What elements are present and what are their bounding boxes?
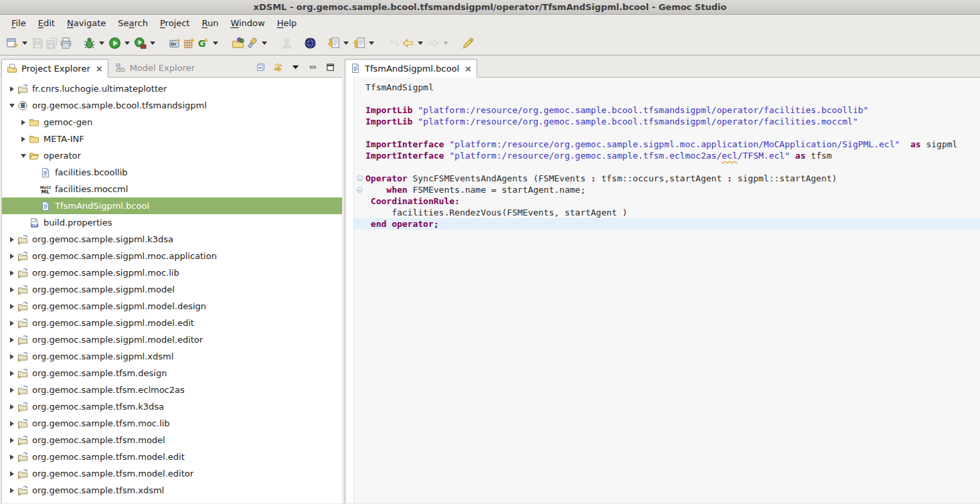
search-button[interactable] [245, 35, 259, 52]
tree-item-org.gemoc.sample.tfsm.model.editor[interactable]: org.gemoc.sample.tfsm.model.editor [2, 465, 342, 482]
tree-item-org.gemoc.sample.bcool.tfsmandsigpml[interactable]: Borg.gemoc.sample.bcool.tfsmandsigpml [2, 97, 342, 114]
new-gemoc-language-button[interactable]: G [196, 35, 210, 52]
run-button[interactable] [108, 35, 122, 52]
chevron-down-icon[interactable] [418, 41, 423, 45]
tree-item-org.gemoc.sample.tfsm.eclmoc2as[interactable]: org.gemoc.sample.tfsm.eclmoc2as [2, 382, 342, 398]
menu-item-window[interactable]: Window [224, 16, 270, 30]
tree-item-org.gemoc.sample.sigpml.model.edit[interactable]: org.gemoc.sample.sigpml.model.edit [2, 315, 342, 331]
tree-item-org.gemoc.sample.tfsm.moc.lib[interactable]: org.gemoc.sample.tfsm.moc.lib [2, 415, 342, 432]
collapse-all-button[interactable] [256, 62, 266, 72]
tree-item-facilities.moccml[interactable]: MoCCMLfacilities.moccml [2, 181, 342, 197]
expand-arrow[interactable] [7, 254, 16, 259]
expand-arrow[interactable] [7, 270, 16, 276]
expand-arrow[interactable] [7, 471, 16, 477]
fold-marker[interactable] [354, 173, 365, 184]
tree-item-org.gemoc.sample.sigpml.model.design[interactable]: org.gemoc.sample.sigpml.model.design [2, 298, 342, 315]
import-projects-button[interactable] [231, 35, 245, 52]
expand-arrow[interactable] [7, 388, 16, 393]
menu-item-navigate[interactable]: Navigate [61, 16, 112, 30]
expand-arrow[interactable] [7, 454, 16, 460]
tree-item-org.gemoc.sample.tfsm.model.edit[interactable]: org.gemoc.sample.tfsm.model.edit [2, 448, 342, 465]
chevron-down-icon[interactable] [125, 41, 130, 45]
previous-annotation-button[interactable] [352, 35, 366, 52]
expand-arrow[interactable] [7, 237, 16, 242]
tab-model-explorer[interactable]: Model Explorer [108, 58, 201, 77]
expand-arrow[interactable] [7, 488, 16, 493]
chevron-down-icon[interactable] [369, 41, 374, 45]
code-token: "platform:/resource/org.gemoc.sample.tfs… [449, 150, 722, 161]
expand-arrow[interactable] [7, 421, 16, 426]
expand-arrow[interactable] [7, 321, 16, 326]
tree-item-org.gemoc.sample.tfsm.model[interactable]: org.gemoc.sample.tfsm.model [2, 432, 342, 448]
expand-arrow[interactable] [7, 337, 16, 343]
collapse-fold-icon[interactable] [357, 175, 363, 181]
close-icon[interactable]: × [465, 64, 472, 74]
link-with-editor-button[interactable] [273, 62, 283, 72]
tree-item-org.gemoc.sample.tfsm.design[interactable]: org.gemoc.sample.tfsm.design [2, 365, 342, 382]
new-grid-wizard-button[interactable] [182, 35, 196, 52]
open-web-browser-button[interactable] [303, 35, 317, 52]
back-button[interactable] [401, 35, 415, 52]
tab-project-explorer[interactable]: Project Explorer × [1, 59, 108, 78]
tree-item-org.gemoc.sample.tfsm.k3dsa[interactable]: org.gemoc.sample.tfsm.k3dsa [2, 398, 342, 415]
editor-tab[interactable]: TfsmAndSigpml.bcool × [345, 59, 477, 78]
expand-arrow[interactable] [7, 104, 16, 108]
expand-arrow[interactable] [7, 404, 16, 410]
expand-arrow[interactable] [7, 354, 16, 359]
menu-item-search[interactable]: Search [112, 16, 154, 30]
svg-text:010: 010 [31, 223, 39, 227]
tree-item-build.properties[interactable]: 010build.properties [2, 214, 342, 231]
tree-item-gemoc-gen[interactable]: gemoc-gen [2, 114, 342, 131]
tree-item-org.gemoc.sample.sigpml.model[interactable]: org.gemoc.sample.sigpml.model [2, 281, 342, 298]
close-icon[interactable]: × [96, 64, 103, 74]
expand-arrow[interactable] [19, 154, 27, 158]
expand-arrow[interactable] [7, 287, 16, 292]
debug-button[interactable] [82, 35, 96, 52]
menu-item-project[interactable]: Project [154, 16, 196, 30]
new-wizard-button[interactable] [5, 35, 19, 52]
run-configurations-button[interactable] [133, 35, 147, 52]
tree-item-fr.cnrs.luchogie.ultimateplotter[interactable]: fr.cnrs.luchogie.ultimateplotter [2, 80, 342, 97]
code-token: FSMEvents.name = startAgent.name; [408, 184, 586, 195]
chevron-down-icon[interactable] [22, 41, 27, 45]
expand-arrow[interactable] [19, 120, 27, 125]
menu-item-edit[interactable]: Edit [32, 16, 61, 30]
tree-item-org.gemoc.sample.tfsm.xdsml[interactable]: org.gemoc.sample.tfsm.xdsml [2, 482, 342, 499]
expand-arrow[interactable] [7, 371, 16, 376]
tree-item-org.gemoc.sample.sigpml.xdsml[interactable]: org.gemoc.sample.sigpml.xdsml [2, 348, 342, 365]
mark-occurrences-button[interactable] [461, 35, 475, 52]
menu-item-file[interactable]: File [5, 16, 32, 30]
collapse-fold-icon[interactable] [357, 187, 363, 193]
tree-item-TfsmAndSigpml.bcool[interactable]: TfsmAndSigpml.bcool [2, 197, 342, 214]
tree-item-label: META-INF [44, 134, 84, 144]
tree-item-org.gemoc.sample.sigpml.k3dsa[interactable]: org.gemoc.sample.sigpml.k3dsa [2, 231, 342, 248]
fold-marker[interactable] [354, 184, 365, 195]
expand-arrow[interactable] [7, 304, 16, 309]
menu-item-help[interactable]: Help [271, 16, 303, 30]
tree-item-org.gemoc.sample.sigpml.moc.application[interactable]: org.gemoc.sample.sigpml.moc.application [2, 248, 342, 264]
minimize-button[interactable] [308, 62, 318, 72]
chevron-down-icon[interactable] [343, 41, 349, 45]
tree-item-org.gemoc.sample.sigpml.model.editor[interactable]: org.gemoc.sample.sigpml.model.editor [2, 331, 342, 348]
chevron-down-icon[interactable] [262, 41, 267, 45]
next-annotation-icon [327, 37, 340, 50]
expand-arrow[interactable] [7, 438, 16, 443]
svg-text:B: B [21, 102, 25, 109]
tree-item-META-INF[interactable]: META-INF [2, 131, 342, 147]
expand-arrow[interactable] [7, 86, 16, 92]
chevron-down-icon[interactable] [213, 41, 218, 45]
text-editor[interactable]: TfsmAndSigpmlImportLib "platform:/resour… [345, 78, 980, 503]
new-gemoc-project-button[interactable]: Gr [168, 35, 182, 52]
chevron-down-icon[interactable] [150, 41, 155, 45]
expand-arrow[interactable] [19, 137, 27, 142]
tree-item-operator[interactable]: operator [2, 147, 342, 164]
next-annotation-button[interactable] [327, 35, 341, 52]
print-button[interactable] [59, 35, 73, 52]
view-menu-button[interactable] [291, 62, 301, 72]
tree-item-org.gemoc.sample.sigpml.moc.lib[interactable]: org.gemoc.sample.sigpml.moc.lib [2, 264, 342, 281]
chevron-down-icon[interactable] [99, 41, 104, 45]
menu-item-run[interactable]: Run [195, 16, 224, 30]
maximize-button[interactable] [325, 62, 335, 72]
tree-item-facilities.bcoollib[interactable]: facilities.bcoollib [2, 164, 342, 181]
annotation-ruler [345, 78, 354, 503]
